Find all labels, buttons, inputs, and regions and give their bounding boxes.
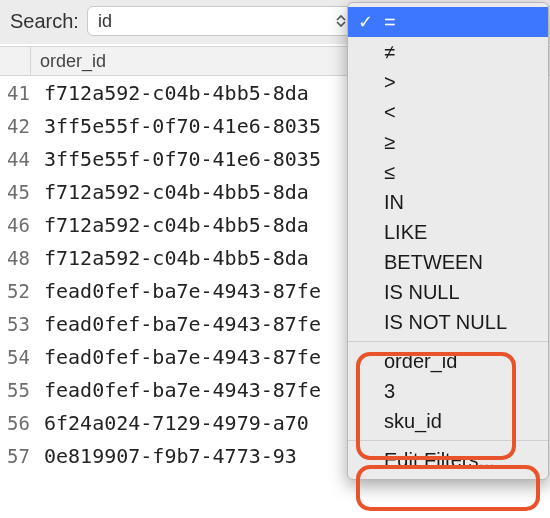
menu-item-label: >	[384, 71, 396, 94]
menu-item-label: ≠	[384, 41, 395, 64]
row-value: fead0fef-ba7e-4943-87fe	[34, 378, 321, 402]
menu-separator	[348, 341, 548, 342]
row-number: 45	[0, 181, 34, 203]
menu-item-extra-2[interactable]: sku_id	[348, 406, 548, 436]
row-value: f712a592-c04b-4bb5-8da	[34, 81, 309, 105]
row-value: 3ff5e55f-0f70-41e6-8035	[34, 114, 321, 138]
row-value: 3ff5e55f-0f70-41e6-8035	[34, 147, 321, 171]
search-field-value: id	[98, 12, 112, 30]
search-field-combo[interactable]: id	[87, 6, 355, 36]
menu-item-label: ≥	[384, 131, 395, 154]
row-number: 42	[0, 115, 34, 137]
row-number: 48	[0, 247, 34, 269]
menu-item-op-7[interactable]: LIKE	[348, 217, 548, 247]
menu-item-label: IS NULL	[384, 281, 460, 304]
menu-item-label: IN	[384, 191, 404, 214]
row-number: 55	[0, 379, 34, 401]
menu-item-op-9[interactable]: IS NULL	[348, 277, 548, 307]
menu-item-op-3[interactable]: <	[348, 97, 548, 127]
row-value: f712a592-c04b-4bb5-8da	[34, 213, 309, 237]
row-value: f712a592-c04b-4bb5-8da	[34, 246, 309, 270]
row-number: 46	[0, 214, 34, 236]
row-value: fead0fef-ba7e-4943-87fe	[34, 279, 321, 303]
column-header-label: order_id	[40, 51, 106, 72]
row-value: fead0fef-ba7e-4943-87fe	[34, 345, 321, 369]
filter-operator-menu: ✓=≠><≥≤INLIKEBETWEENIS NULLIS NOT NULLor…	[347, 2, 549, 480]
row-value: f712a592-c04b-4bb5-8da	[34, 180, 309, 204]
check-icon: ✓	[358, 11, 373, 33]
row-number: 41	[0, 82, 34, 104]
menu-item-extra-0[interactable]: order_id	[348, 346, 548, 376]
menu-item-label: order_id	[384, 350, 457, 373]
row-number: 56	[0, 412, 34, 434]
row-value: fead0fef-ba7e-4943-87fe	[34, 312, 321, 336]
menu-item-label: BETWEEN	[384, 251, 483, 274]
row-number: 52	[0, 280, 34, 302]
row-value: 0e819907-f9b7-4773-93	[34, 444, 297, 468]
menu-item-op-4[interactable]: ≥	[348, 127, 548, 157]
menu-item-label: ≤	[384, 161, 395, 184]
menu-item-op-6[interactable]: IN	[348, 187, 548, 217]
menu-item-op-0[interactable]: ✓=	[348, 7, 548, 37]
row-number: 53	[0, 313, 34, 335]
row-value: 6f24a024-7129-4979-a70	[34, 411, 309, 435]
menu-item-label: =	[384, 11, 396, 34]
row-number: 54	[0, 346, 34, 368]
row-number: 44	[0, 148, 34, 170]
row-number: 57	[0, 445, 34, 467]
menu-item-op-2[interactable]: >	[348, 67, 548, 97]
menu-item-label: LIKE	[384, 221, 427, 244]
menu-item-op-1[interactable]: ≠	[348, 37, 548, 67]
menu-item-extra-1[interactable]: 3	[348, 376, 548, 406]
menu-item-op-5[interactable]: ≤	[348, 157, 548, 187]
menu-separator	[348, 440, 548, 441]
menu-item-label: <	[384, 101, 396, 124]
menu-item-op-10[interactable]: IS NOT NULL	[348, 307, 548, 337]
menu-item-edit-filters[interactable]: Edit Filters...	[348, 445, 548, 475]
menu-item-op-8[interactable]: BETWEEN	[348, 247, 548, 277]
menu-item-label: IS NOT NULL	[384, 311, 507, 334]
menu-item-label: 3	[384, 380, 395, 403]
menu-item-label: sku_id	[384, 410, 442, 433]
menu-item-label: Edit Filters...	[384, 449, 495, 472]
search-label: Search:	[10, 10, 79, 33]
